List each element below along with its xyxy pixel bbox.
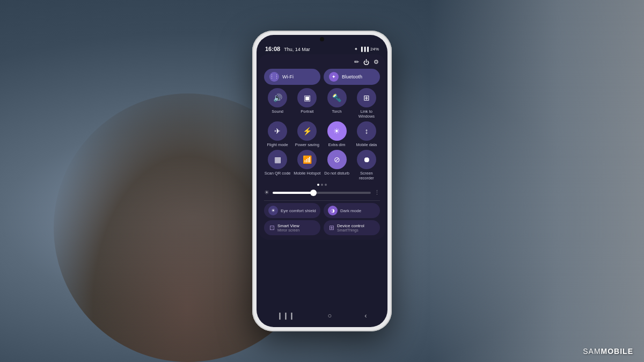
wifi-toggle-icon: ⋮⋮ — [269, 72, 279, 82]
sound-label: Sound — [272, 109, 283, 114]
qs-header: ✏ ⏻ ⚙ — [264, 56, 380, 69]
watermark: SAMMOBILE — [583, 347, 633, 356]
scan-qr-icon: ▦ — [268, 150, 287, 169]
mobile-data-label: Mobile data — [356, 142, 377, 147]
page-dots — [264, 184, 380, 186]
bluetooth-toggle-icon: ✦ — [329, 72, 339, 82]
mobile-data-icon: ↕ — [357, 121, 376, 141]
dot-3 — [325, 184, 327, 186]
extras-row: ☀ Eye comfort shield ◑ Dark mode — [264, 203, 380, 218]
background-right — [429, 0, 644, 362]
dot-1 — [317, 184, 319, 186]
bluetooth-toggle[interactable]: ✦ Bluetooth — [324, 69, 380, 85]
brightness-thumb — [310, 190, 317, 196]
toggle-row: ⋮⋮ Wi-Fi ✦ Bluetooth — [264, 69, 380, 85]
eye-comfort-label: Eye comfort shield — [281, 208, 316, 213]
dark-mode-icon: ◑ — [328, 206, 338, 215]
flight-mode-label: Flight mode — [267, 142, 288, 147]
sound-icon: 🔊 — [268, 88, 287, 107]
wifi-toggle[interactable]: ⋮⋮ Wi-Fi — [264, 69, 320, 85]
dark-mode-item[interactable]: ◑ Dark mode — [324, 203, 380, 218]
extra-dim-label: Extra dim — [328, 142, 346, 147]
device-control-shortcut[interactable]: ⊞ Device control SmartThings — [324, 220, 380, 235]
status-bar: 16:08 Thu, 14 Mar ✦ ▐▐▐ 24% — [257, 41, 387, 54]
brightness-slider[interactable] — [273, 192, 371, 194]
dark-mode-label: Dark mode — [340, 208, 361, 213]
tile-portrait[interactable]: ▣ Portrait — [294, 88, 320, 119]
quick-settings-panel: ✏ ⏻ ⚙ ⋮⋮ Wi-Fi ✦ Bluetooth 🔊 — [259, 54, 385, 240]
power-saving-icon: ⚡ — [297, 121, 317, 141]
link-windows-label: Link to Windows — [353, 109, 380, 119]
smart-view-shortcut[interactable]: ⊡ Smart View Mirror screen — [264, 220, 320, 235]
hotspot-label: Mobile Hotspot — [294, 171, 320, 176]
qs-tile-grid: 🔊 Sound ▣ Portrait 🔦 Torch ⊞ Link to Win… — [264, 88, 380, 180]
eye-comfort-item[interactable]: ☀ Eye comfort shield — [264, 203, 320, 218]
camera-notch — [320, 37, 324, 41]
screen-recorder-icon: ⏺ — [357, 150, 376, 169]
portrait-label: Portrait — [301, 109, 313, 114]
watermark-sam: SAM — [583, 347, 601, 356]
tile-screen-recorder[interactable]: ⏺ Screen recorder — [353, 150, 380, 180]
brightness-fill — [273, 192, 312, 194]
screen-recorder-label: Screen recorder — [353, 171, 380, 180]
tile-link-to-windows[interactable]: ⊞ Link to Windows — [353, 88, 380, 119]
phone-frame: 16:08 Thu, 14 Mar ✦ ▐▐▐ 24% ✏ ⏻ ⚙ — [252, 31, 392, 331]
device-control-text: Device control SmartThings — [337, 223, 364, 232]
dnd-label: Do not disturb — [324, 171, 349, 176]
tile-sound[interactable]: 🔊 Sound — [264, 88, 291, 119]
tile-torch[interactable]: 🔦 Torch — [324, 88, 350, 119]
smart-view-text: Smart View Mirror screen — [277, 223, 299, 232]
tile-mobile-data[interactable]: ↕ Mobile data — [353, 121, 380, 147]
smart-view-icon: ⊡ — [269, 224, 275, 231]
power-saving-label: Power saving — [295, 142, 319, 147]
watermark-mobile: MOBILE — [601, 347, 633, 356]
tile-power-saving[interactable]: ⚡ Power saving — [294, 121, 320, 147]
hotspot-icon: 📶 — [297, 150, 317, 169]
torch-label: Torch — [332, 109, 341, 114]
phone-screen: 16:08 Thu, 14 Mar ✦ ▐▐▐ 24% ✏ ⏻ ⚙ — [257, 35, 387, 327]
eye-comfort-icon: ☀ — [268, 206, 278, 215]
link-windows-icon: ⊞ — [357, 88, 376, 107]
home-button[interactable]: ○ — [327, 312, 332, 320]
back-button[interactable]: ‹ — [364, 312, 367, 320]
shortcuts-row: ⊡ Smart View Mirror screen ⊞ Device cont… — [264, 220, 380, 235]
edit-icon[interactable]: ✏ — [354, 59, 359, 66]
device-control-title: Device control — [337, 223, 364, 228]
torch-icon: 🔦 — [327, 88, 347, 107]
tile-scan-qr[interactable]: ▦ Scan QR code — [264, 150, 291, 180]
tile-mobile-hotspot[interactable]: 📶 Mobile Hotspot — [294, 150, 320, 180]
brightness-row: ☀ ⋮ — [264, 187, 380, 198]
power-icon[interactable]: ⏻ — [363, 59, 369, 66]
signal-icon: ▐▐▐ — [360, 47, 369, 52]
tile-extra-dim[interactable]: ☀ Extra dim — [324, 121, 350, 147]
flight-mode-icon: ✈ — [268, 121, 287, 141]
brightness-icon: ☀ — [264, 189, 269, 196]
tile-dnd[interactable]: ⊘ Do not disturb — [324, 150, 350, 180]
bluetooth-status-icon: ✦ — [354, 47, 358, 52]
status-date: Thu, 14 Mar — [284, 47, 310, 52]
extra-dim-icon: ☀ — [327, 121, 347, 141]
smart-view-title: Smart View — [277, 223, 299, 228]
separator — [264, 200, 380, 201]
recent-apps-button[interactable]: ❙❙❙ — [277, 312, 295, 320]
battery-text: 24% — [370, 47, 379, 52]
wifi-toggle-label: Wi-Fi — [282, 74, 294, 79]
bluetooth-toggle-label: Bluetooth — [342, 74, 362, 79]
brightness-more-icon[interactable]: ⋮ — [374, 189, 380, 196]
status-time: 16:08 — [265, 46, 280, 52]
status-icons: ✦ ▐▐▐ 24% — [354, 47, 379, 52]
portrait-icon: ▣ — [297, 88, 317, 107]
smart-view-subtitle: Mirror screen — [277, 228, 299, 232]
navigation-bar: ❙❙❙ ○ ‹ — [261, 308, 383, 323]
device-control-icon: ⊞ — [329, 224, 334, 231]
dot-2 — [321, 184, 323, 186]
tile-flight-mode[interactable]: ✈ Flight mode — [264, 121, 291, 147]
qs-header-icons: ✏ ⏻ ⚙ — [354, 59, 379, 66]
settings-icon[interactable]: ⚙ — [374, 59, 379, 66]
dnd-icon: ⊘ — [327, 150, 347, 169]
device-control-subtitle: SmartThings — [337, 228, 364, 232]
scan-qr-label: Scan QR code — [265, 171, 291, 176]
